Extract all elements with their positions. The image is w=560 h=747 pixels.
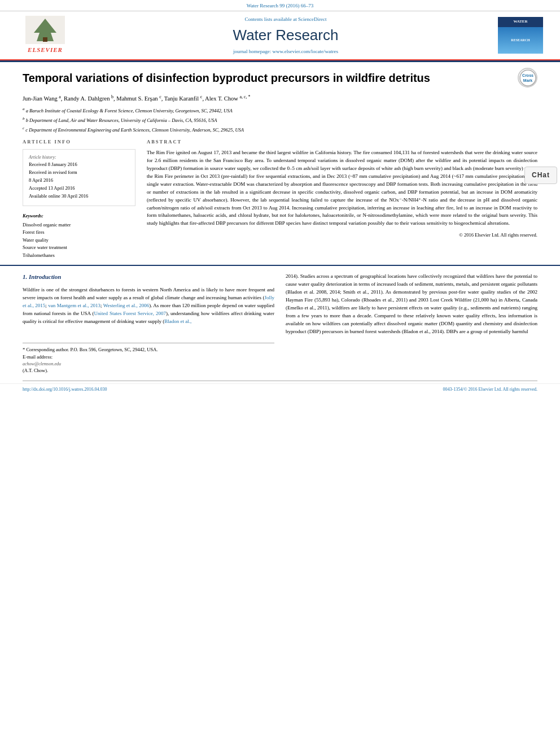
affiliations: a a Baruch Institute of Coastal Ecology … [23, 106, 504, 133]
history-label: Article history: [29, 154, 129, 160]
affil-a: a a Baruch Institute of Coastal Ecology … [23, 106, 504, 115]
received-revised-date: 8 April 2016 [29, 177, 129, 184]
email-address: E-mail address: achow@clemson.edu (A.T. … [23, 354, 274, 374]
article-history-box: Article history: Received 8 January 2016… [23, 149, 135, 206]
intro-right-column: 2014). Studies across a spectrum of geog… [286, 273, 537, 375]
doi-link[interactable]: http://dx.doi.org/10.1016/j.watres.2016.… [23, 386, 107, 392]
author-dahlgren: Randy A. Dahlgren b [64, 95, 113, 102]
svg-text:Mark: Mark [523, 78, 532, 82]
footnote-area: * Corresponding author. P.O. Box 596, Ge… [23, 343, 274, 374]
copyright-text: © 2016 Elsevier Ltd. All rights reserved… [147, 232, 537, 239]
chat-label: CHat [532, 171, 550, 179]
keyword-2: Forest fires [23, 229, 135, 237]
article-info-column: ARTICLE INFO Article history: Received 8… [23, 139, 135, 259]
affil-b: b b Department of Land, Air and Water Re… [23, 116, 504, 124]
crossmark-badge: Cross Mark [518, 68, 537, 88]
homepage-link[interactable]: journal homepage: www.elsevier.com/locat… [79, 48, 492, 55]
email-link[interactable]: achow@clemson.edu [23, 361, 274, 367]
ref-bladon[interactable]: Bladon et al., [164, 318, 191, 324]
elsevier-tree-icon [25, 16, 65, 44]
elsevier-logo-area: ELSEVIER [11, 16, 79, 54]
keyword-list: Dissolved organic matter Forest fires Wa… [23, 221, 135, 260]
intro-right-text: 2014). Studies across a spectrum of geog… [286, 273, 537, 336]
keyword-1: Dissolved organic matter [23, 221, 135, 229]
sciencedirect-link[interactable]: Contents lists available at ScienceDirec… [79, 16, 492, 23]
keywords-box: Keywords: Dissolved organic matter Fores… [23, 213, 135, 260]
keyword-3: Water quality [23, 237, 135, 244]
abstract-label: ABSTRACT [147, 139, 537, 146]
svg-text:Cross: Cross [522, 73, 533, 77]
svg-rect-2 [43, 37, 47, 42]
keyword-4: Source water treatment [23, 244, 135, 252]
journal-header: ELSEVIER Contents lists available at Sci… [0, 11, 560, 61]
issn-text: 0043-1354/© 2016 Elsevier Ltd. All right… [443, 386, 537, 392]
journal-reference-bar: Water Research 99 (2016) 66–73 [0, 0, 560, 11]
corresponding-author: * Corresponding author. P.O. Box 596, Ge… [23, 347, 274, 353]
journal-ref-text: Water Research 99 (2016) 66–73 [247, 3, 314, 8]
journal-header-center: Contents lists available at ScienceDirec… [79, 16, 492, 55]
intro-left-column: 1. Introduction Wildfire is one of the s… [23, 273, 274, 375]
received-revised-label: Received in revised form [29, 169, 129, 176]
introduction-area: 1. Introduction Wildfire is one of the s… [0, 266, 560, 381]
keyword-5: Trihalomethanes [23, 252, 135, 260]
journal-logo-right: WATER RESEARCH [492, 17, 549, 54]
author-karanfil: Tanju Karanfil c [164, 95, 203, 102]
article-header-area: Temporal variations of disinfection bypr… [0, 62, 560, 266]
received-date: Received 8 January 2016 [29, 161, 129, 168]
affil-c: c c Department of Environmental Engineer… [23, 125, 504, 134]
page-wrapper: Water Research 99 (2016) 66–73 ELSEVIER … [0, 0, 560, 395]
authors-line: Jun-Jian Wang a, Randy A. Dahlgren b, Ma… [23, 93, 504, 103]
author-wangjunjian: Jun-Jian Wang a [23, 95, 61, 102]
accepted-date: Accepted 13 April 2016 [29, 185, 129, 192]
intro-heading: 1. Introduction [23, 273, 274, 281]
author-ersan: Mahmut S. Erşan c [116, 95, 161, 102]
journal-title: Water Research [79, 25, 492, 45]
elsevier-label: ELSEVIER [28, 46, 63, 54]
abstract-column: ABSTRACT The Rim Fire ignited on August … [147, 139, 537, 259]
water-research-logo: WATER RESEARCH [498, 17, 543, 54]
ref-westerling[interactable]: Westerling et al., 2006 [103, 303, 150, 308]
ref-usfs[interactable]: United States Forest Service, 2007 [94, 311, 166, 316]
chat-panel[interactable]: CHat [524, 167, 557, 184]
bottom-bar: http://dx.doi.org/10.1016/j.watres.2016.… [0, 383, 560, 395]
svg-point-3 [520, 70, 536, 86]
keywords-label: Keywords: [23, 213, 135, 220]
intro-left-text: Wildfire is one of the strongest disturb… [23, 286, 274, 326]
available-date: Available online 30 April 2016 [29, 193, 129, 200]
abstract-text: The Rim Fire ignited on August 17, 2013 … [147, 149, 537, 228]
article-title: Temporal variations of disinfection bypr… [23, 71, 504, 85]
ref-mantgem[interactable]: van Mantgem et al., 2013 [48, 303, 100, 308]
article-info-label: ARTICLE INFO [23, 139, 135, 146]
article-columns: ARTICLE INFO Article history: Received 8… [23, 139, 537, 259]
divider [23, 381, 537, 381]
author-chow: Alex T. Chow a, c, * [205, 95, 251, 102]
abstract-section: The Rim Fire ignited on August 17, 2013 … [147, 149, 537, 239]
